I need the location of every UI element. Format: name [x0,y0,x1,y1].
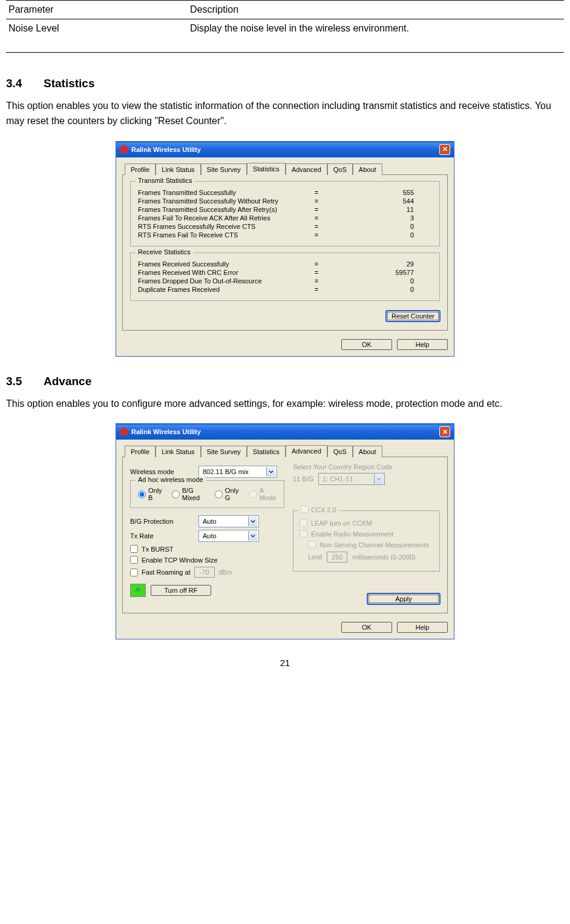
window-title: Ralink Wireless Utility [131,428,201,435]
chevron-down-icon [374,474,383,484]
tab-profile[interactable]: Profile [125,446,156,457]
param-header: Parameter [6,1,188,19]
wireless-mode-combo[interactable]: 802.11 B/G mix [198,466,277,478]
help-button[interactable]: Help [397,622,448,633]
window-titlebar[interactable]: Ralink Wireless Utility ✕ [116,424,454,440]
tx-burst-check[interactable]: Tx BURST [130,545,284,553]
ccx-group: CCX 2.0 LEAP turn on CCKM Enable Radio M… [293,510,440,572]
turn-off-rf-button[interactable]: Turn off RF [151,585,211,596]
chevron-down-icon [248,516,257,526]
statistics-window: Ralink Wireless Utility ✕ Profile Link S… [116,141,454,357]
fast-roaming-value[interactable] [194,567,215,578]
leap-check: LEAP turn on CCKM [300,519,433,527]
receive-group: Receive Statistics Frames Received Succe… [130,252,440,301]
tab-about[interactable]: About [353,446,382,457]
page-number: 21 [6,658,564,668]
tab-link-status[interactable]: Link Status [156,163,200,175]
advanced-window: Ralink Wireless Utility ✕ Profile Link S… [116,423,454,639]
tab-profile[interactable]: Profile [125,163,156,175]
section-35-body: This option enables you to configure mor… [6,397,564,412]
app-icon [120,427,128,436]
tab-about[interactable]: About [353,163,382,175]
non-serving-check: Non-Serving Channel Measurements [308,541,433,549]
ok-button[interactable]: OK [341,339,392,350]
parameter-table: Parameter Description Noise Level Displa… [6,0,564,53]
help-button[interactable]: Help [397,339,448,350]
ccx-check[interactable]: CCX 2.0 [298,506,339,513]
tab-qos[interactable]: QoS [327,446,353,457]
desc-cell: Display the noise level in the wireless … [188,19,564,53]
bg-protection-combo[interactable]: Auto [198,515,259,527]
fast-roaming-check[interactable]: Fast Roaming at dBm [130,567,284,578]
tab-advanced[interactable]: Advanced [286,163,327,175]
rf-on-icon [130,584,146,597]
radio-only-g[interactable]: Only G [215,487,241,501]
transmit-group: Transmit Statistics Frames Transmitted S… [130,181,440,246]
bg-protection-label: B/G Protection [130,518,194,525]
limit-value [327,552,347,563]
param-cell: Noise Level [6,19,188,53]
tab-link-status[interactable]: Link Status [156,446,200,457]
window-titlebar[interactable]: Ralink Wireless Utility ✕ [116,142,454,157]
close-icon[interactable]: ✕ [439,144,450,155]
country-band-label: 11 B/G [293,475,313,483]
chevron-down-icon [266,467,275,477]
apply-button[interactable]: Apply [367,593,440,604]
tab-site-survey[interactable]: Site Survey [201,446,247,457]
tab-statistics[interactable]: Statistics [247,446,286,457]
section-34-body: This option enables you to view the stat… [6,99,564,129]
section-34-heading: 3.4Statistics [6,77,564,90]
tab-site-survey[interactable]: Site Survey [201,163,247,175]
adhoc-group: Ad hoc wireless mode Only B B/G Mixed On… [130,480,284,508]
close-icon[interactable]: ✕ [439,426,450,437]
radio-only-b[interactable]: Only B [138,487,163,501]
tab-bar: Profile Link Status Site Survey Statisti… [122,444,448,457]
radio-a-mode: A Mode [249,487,277,501]
section-35-heading: 3.5Advance [6,375,564,388]
tab-bar: Profile Link Status Site Survey Statisti… [122,162,448,175]
tx-rate-combo[interactable]: Auto [198,530,259,542]
app-icon [120,145,128,154]
tab-statistics[interactable]: Statistics [247,163,286,175]
desc-header: Description [188,1,564,19]
tcp-window-check[interactable]: Enable TCP Window Size [130,556,284,564]
wireless-mode-label: Wireless mode [130,468,194,475]
country-region-combo: 1: CH1-11 [318,473,385,485]
reset-counter-button[interactable]: Reset Counter [386,311,440,322]
table-row: Noise Level Display the noise level in t… [6,19,564,53]
window-title: Ralink Wireless Utility [131,146,201,153]
radio-measurement-check: Enable Radio Measurement [300,530,433,538]
radio-bg-mixed[interactable]: B/G Mixed [172,487,206,501]
ok-button[interactable]: OK [341,622,392,633]
country-region-label: Select Your Country Region Code [293,463,440,470]
chevron-down-icon [248,531,257,541]
tab-advanced[interactable]: Advanced [286,445,327,457]
tab-qos[interactable]: QoS [327,163,353,175]
tx-rate-label: Tx Rate [130,532,194,540]
